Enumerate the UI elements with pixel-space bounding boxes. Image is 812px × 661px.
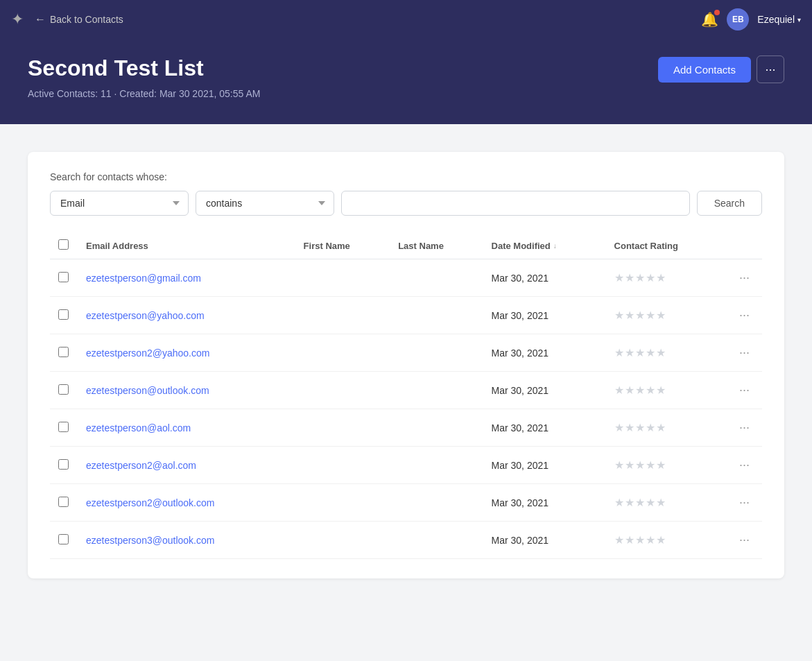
star-4[interactable]: ★ bbox=[646, 309, 655, 321]
active-contacts-label: Active Contacts: bbox=[28, 88, 98, 99]
row-checkbox-1[interactable] bbox=[58, 309, 69, 320]
star-5[interactable]: ★ bbox=[656, 497, 666, 508]
star-5[interactable]: ★ bbox=[656, 422, 666, 433]
star-4[interactable]: ★ bbox=[646, 422, 655, 433]
email-link[interactable]: ezetestperson@outlook.com bbox=[86, 385, 209, 396]
star-4[interactable]: ★ bbox=[646, 384, 655, 396]
star-1[interactable]: ★ bbox=[614, 309, 624, 321]
star-1[interactable]: ★ bbox=[614, 422, 624, 433]
search-input[interactable] bbox=[341, 191, 690, 216]
row-menu-button[interactable]: ··· bbox=[735, 307, 754, 324]
notifications-button[interactable]: 🔔 bbox=[701, 11, 718, 28]
row-menu-button[interactable]: ··· bbox=[735, 381, 754, 399]
select-all-checkbox[interactable] bbox=[58, 239, 69, 250]
star-2[interactable]: ★ bbox=[625, 422, 634, 433]
star-2[interactable]: ★ bbox=[625, 459, 634, 471]
star-5[interactable]: ★ bbox=[656, 309, 666, 321]
star-4[interactable]: ★ bbox=[646, 347, 655, 359]
more-options-button[interactable]: ··· bbox=[757, 55, 784, 83]
star-3[interactable]: ★ bbox=[635, 272, 645, 284]
row-date-modified: Mar 30, 2021 bbox=[483, 259, 606, 297]
col-header-date-modified[interactable]: Date Modified ↓ bbox=[483, 232, 606, 259]
email-link[interactable]: ezetestperson@yahoo.com bbox=[86, 310, 205, 321]
row-first-name bbox=[295, 522, 390, 559]
star-5[interactable]: ★ bbox=[656, 534, 666, 546]
col-header-actions bbox=[727, 232, 762, 259]
star-4[interactable]: ★ bbox=[646, 497, 655, 508]
avatar[interactable]: EB bbox=[727, 8, 749, 31]
row-email: ezetestperson2@aol.com bbox=[78, 447, 295, 484]
star-3[interactable]: ★ bbox=[635, 347, 645, 359]
star-3[interactable]: ★ bbox=[635, 309, 645, 321]
table-row: ezetestperson2@outlook.comMar 30, 2021★★… bbox=[50, 484, 762, 522]
search-field-select[interactable]: Email First Name Last Name bbox=[50, 191, 189, 216]
star-3[interactable]: ★ bbox=[635, 497, 645, 508]
row-checkbox-7[interactable] bbox=[58, 534, 69, 544]
email-link[interactable]: ezetestperson3@outlook.com bbox=[86, 535, 214, 546]
row-actions-cell: ··· bbox=[727, 334, 762, 372]
row-menu-button[interactable]: ··· bbox=[735, 456, 754, 474]
contacts-table: Email Address First Name Last Name Date … bbox=[50, 232, 762, 559]
row-checkbox-cell bbox=[50, 484, 78, 522]
star-5[interactable]: ★ bbox=[656, 459, 666, 471]
star-2[interactable]: ★ bbox=[625, 272, 634, 284]
star-4[interactable]: ★ bbox=[646, 534, 655, 546]
row-checkbox-0[interactable] bbox=[58, 272, 69, 282]
row-menu-button[interactable]: ··· bbox=[735, 531, 754, 549]
row-menu-button[interactable]: ··· bbox=[735, 269, 754, 286]
email-link[interactable]: ezetestperson2@yahoo.com bbox=[86, 347, 209, 359]
row-last-name bbox=[390, 484, 483, 522]
star-3[interactable]: ★ bbox=[635, 459, 645, 471]
star-1[interactable]: ★ bbox=[614, 347, 624, 359]
star-5[interactable]: ★ bbox=[656, 347, 666, 359]
star-3[interactable]: ★ bbox=[635, 384, 645, 396]
star-1[interactable]: ★ bbox=[614, 534, 624, 546]
row-menu-button[interactable]: ··· bbox=[735, 344, 754, 361]
star-5[interactable]: ★ bbox=[656, 272, 666, 284]
star-2[interactable]: ★ bbox=[625, 497, 634, 508]
row-checkbox-2[interactable] bbox=[58, 347, 69, 357]
star-3[interactable]: ★ bbox=[635, 534, 645, 546]
row-checkbox-5[interactable] bbox=[58, 459, 69, 470]
email-link[interactable]: ezetestperson2@outlook.com bbox=[86, 497, 214, 508]
row-checkbox-4[interactable] bbox=[58, 422, 69, 432]
star-4[interactable]: ★ bbox=[646, 459, 655, 471]
search-row: Email First Name Last Name contains equa… bbox=[50, 191, 762, 216]
row-actions-cell: ··· bbox=[727, 522, 762, 559]
row-checkbox-3[interactable] bbox=[58, 384, 69, 395]
star-1[interactable]: ★ bbox=[614, 497, 624, 508]
star-5[interactable]: ★ bbox=[656, 384, 666, 396]
star-4[interactable]: ★ bbox=[646, 272, 655, 284]
star-2[interactable]: ★ bbox=[625, 534, 634, 546]
row-menu-button[interactable]: ··· bbox=[735, 494, 754, 511]
add-contacts-button[interactable]: Add Contacts bbox=[658, 57, 751, 83]
user-menu[interactable]: Ezequiel ▾ bbox=[757, 14, 801, 25]
contacts-table-body: ezetestperson@gmail.comMar 30, 2021★★★★★… bbox=[50, 259, 762, 559]
row-first-name bbox=[295, 409, 390, 447]
back-to-contacts-link[interactable]: ← Back to Contacts bbox=[35, 13, 701, 26]
row-email: ezetestperson@aol.com bbox=[78, 409, 295, 447]
star-1[interactable]: ★ bbox=[614, 384, 624, 396]
star-2[interactable]: ★ bbox=[625, 309, 634, 321]
row-email: ezetestperson@gmail.com bbox=[78, 259, 295, 297]
star-3[interactable]: ★ bbox=[635, 422, 645, 433]
search-condition-select[interactable]: contains equals starts with ends with bbox=[196, 191, 334, 216]
search-label: Search for contacts whose: bbox=[50, 171, 762, 182]
row-menu-button[interactable]: ··· bbox=[735, 419, 754, 436]
star-1[interactable]: ★ bbox=[614, 272, 624, 284]
star-2[interactable]: ★ bbox=[625, 384, 634, 396]
search-button[interactable]: Search bbox=[697, 191, 762, 216]
created-date: Created: Mar 30 2021, 05:55 AM bbox=[119, 88, 260, 99]
col-header-contact-rating: Contact Rating bbox=[606, 232, 727, 259]
email-link[interactable]: ezetestperson@gmail.com bbox=[86, 273, 201, 284]
email-link[interactable]: ezetestperson2@aol.com bbox=[86, 460, 196, 471]
star-1[interactable]: ★ bbox=[614, 459, 624, 471]
date-modified-label: Date Modified bbox=[492, 241, 551, 251]
star-2[interactable]: ★ bbox=[625, 347, 634, 359]
row-actions-cell: ··· bbox=[727, 372, 762, 409]
row-checkbox-6[interactable] bbox=[58, 497, 69, 507]
app-logo: ✦ bbox=[11, 10, 24, 28]
email-link[interactable]: ezetestperson@aol.com bbox=[86, 422, 191, 433]
main-content: Search for contacts whose: Email First N… bbox=[0, 124, 812, 661]
row-email: ezetestperson@yahoo.com bbox=[78, 297, 295, 334]
